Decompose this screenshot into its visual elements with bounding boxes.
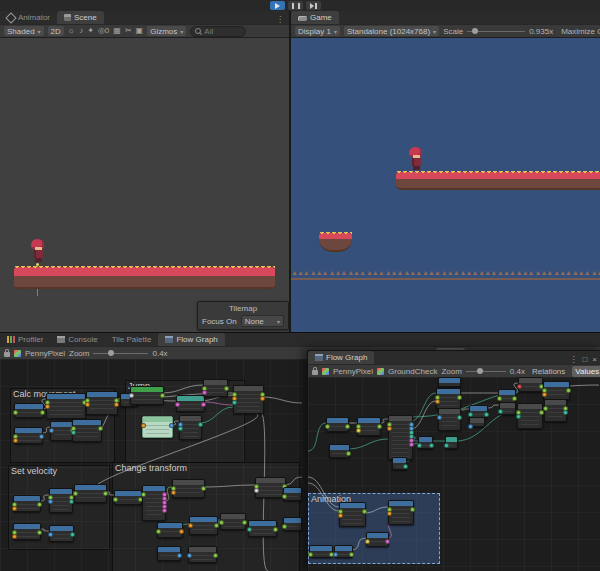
input-port[interactable] <box>437 415 442 420</box>
graph-node[interactable] <box>438 408 461 431</box>
input-port[interactable] <box>254 488 259 493</box>
output-port[interactable] <box>349 552 354 557</box>
graph-node[interactable] <box>326 417 349 432</box>
graph-node[interactable] <box>157 522 183 538</box>
graph-node[interactable] <box>445 436 458 449</box>
input-port[interactable] <box>468 424 473 429</box>
graph-node[interactable] <box>13 523 41 540</box>
output-port[interactable] <box>385 539 390 544</box>
output-port[interactable] <box>409 442 414 447</box>
graph-node[interactable] <box>114 490 142 505</box>
graph-node[interactable] <box>179 415 202 440</box>
maximize-icon[interactable]: □ <box>582 355 587 364</box>
graph-node[interactable] <box>176 395 205 412</box>
output-port[interactable] <box>362 509 367 514</box>
input-port[interactable] <box>498 409 503 414</box>
step-button[interactable] <box>306 1 321 10</box>
input-port[interactable] <box>48 532 53 537</box>
graph-node[interactable] <box>46 393 86 419</box>
focus-on-dropdown[interactable]: None <box>241 315 284 327</box>
maximize-on-play-button[interactable]: Maximize On Play <box>561 27 600 36</box>
output-port[interactable] <box>162 508 167 513</box>
input-port[interactable] <box>356 428 361 433</box>
shading-mode-dropdown[interactable]: Shaded <box>4 26 44 36</box>
output-port[interactable] <box>242 520 247 525</box>
output-port[interactable] <box>70 532 75 537</box>
graph-node[interactable] <box>14 427 43 444</box>
input-port[interactable] <box>129 393 134 398</box>
light-icon[interactable]: ☼ <box>68 26 75 36</box>
input-port[interactable] <box>333 552 338 557</box>
values-button[interactable]: Values <box>572 366 600 377</box>
graph-node[interactable] <box>517 403 543 429</box>
pane-menu-icon[interactable]: ⋮ <box>271 15 289 24</box>
input-port[interactable] <box>365 539 370 544</box>
output-port[interactable] <box>457 415 462 420</box>
output-port[interactable] <box>169 423 174 428</box>
display-dropdown[interactable]: Display 1 <box>295 26 340 36</box>
graph-node[interactable] <box>49 525 74 542</box>
graph-node[interactable] <box>543 381 570 400</box>
output-port[interactable] <box>198 422 203 427</box>
graph-node[interactable] <box>142 485 166 521</box>
input-port[interactable] <box>13 410 18 415</box>
output-port[interactable] <box>160 393 165 398</box>
play-button[interactable] <box>270 1 285 10</box>
game-viewport[interactable]: ▲▲▲ ▲▲▲ ▲▲▲ ▲▲▲ ▲▲▲ ▲▲▲ ▲▲▲ ▲▲▲ ▲▲▲ ▲▲▲ … <box>291 38 600 332</box>
input-port[interactable] <box>13 438 18 443</box>
graph-node[interactable] <box>357 417 381 436</box>
float-titlebar[interactable]: Flow Graph ⋮ □ × <box>308 351 600 364</box>
graph-node[interactable] <box>233 385 264 414</box>
tab-tile-palette[interactable]: Tile Palette <box>105 333 159 346</box>
scene-viewport[interactable]: Tilemap Focus On None <box>0 38 289 332</box>
input-port[interactable] <box>282 494 287 499</box>
input-port[interactable] <box>325 424 330 429</box>
input-port[interactable] <box>156 529 161 534</box>
graph-breadcrumb[interactable]: PennyPixel <box>25 349 65 358</box>
input-port[interactable] <box>188 523 193 528</box>
graph-node[interactable] <box>544 399 567 422</box>
input-port[interactable] <box>247 527 252 532</box>
grid-icon[interactable]: ▦ <box>113 26 121 36</box>
output-port[interactable] <box>566 388 571 393</box>
graph-node[interactable] <box>189 516 218 535</box>
input-port[interactable] <box>141 492 146 497</box>
output-port[interactable] <box>213 553 218 558</box>
pause-button[interactable] <box>288 1 303 10</box>
output-port[interactable] <box>345 424 350 429</box>
visibility-icon[interactable]: ◎0 <box>98 26 109 36</box>
graph-node[interactable] <box>436 388 461 409</box>
input-port[interactable] <box>171 490 176 495</box>
lock-icon[interactable] <box>312 370 318 375</box>
input-port[interactable] <box>85 402 90 407</box>
tab-animator[interactable]: Animator <box>0 11 57 24</box>
output-port[interactable] <box>512 396 517 401</box>
input-port[interactable] <box>175 402 180 407</box>
graph-node[interactable] <box>74 484 107 503</box>
input-port[interactable] <box>542 392 547 397</box>
graph-node[interactable] <box>283 517 302 531</box>
input-port[interactable] <box>45 404 50 409</box>
output-port[interactable] <box>429 443 434 448</box>
input-port[interactable] <box>202 390 207 395</box>
output-port[interactable] <box>40 410 45 415</box>
graph-node[interactable] <box>388 415 413 460</box>
graph-node[interactable] <box>418 436 433 449</box>
effects-icon[interactable]: ✦ <box>87 26 94 36</box>
graph-node[interactable] <box>469 417 485 427</box>
output-port[interactable] <box>457 395 462 400</box>
graph-node[interactable] <box>339 502 366 527</box>
input-port[interactable] <box>187 553 192 558</box>
input-port[interactable] <box>387 511 392 516</box>
window-menu-icon[interactable]: ⋮ <box>569 355 577 364</box>
output-port[interactable] <box>346 451 351 456</box>
input-port[interactable] <box>308 552 313 557</box>
close-icon[interactable]: × <box>592 355 597 364</box>
output-port[interactable] <box>260 396 265 401</box>
graph-node[interactable] <box>283 487 302 501</box>
output-port[interactable] <box>563 410 568 415</box>
graph-node[interactable] <box>309 545 333 558</box>
output-port[interactable] <box>98 426 103 431</box>
graph-node[interactable] <box>157 546 181 561</box>
relations-button[interactable]: Relations <box>529 366 568 377</box>
